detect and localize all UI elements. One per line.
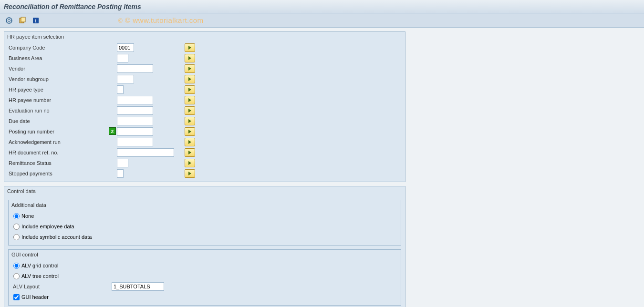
posting-run-no-multi-button[interactable] — [185, 127, 195, 136]
stopped-pmt-label: Stopped payments — [7, 171, 117, 176]
business-area-label: Business Area — [7, 55, 117, 61]
remit-status-multi-button[interactable] — [185, 159, 195, 167]
stopped-pmt-input[interactable] — [117, 169, 124, 178]
ack-run-input[interactable] — [117, 138, 153, 146]
gui-tree-radio[interactable] — [13, 273, 20, 279]
gui-tree-label: ALV tree control — [21, 273, 59, 279]
posting-run-no-label: Posting run number — [7, 129, 117, 134]
hr-doc-ref-multi-button[interactable] — [185, 148, 195, 157]
due-date-label: Due date — [7, 118, 117, 124]
panel-title: GUI control — [9, 250, 401, 259]
vendor-input[interactable] — [117, 64, 153, 73]
panel-title: Additional data — [9, 200, 401, 210]
hr-payee-number-input[interactable] — [117, 96, 153, 104]
addl-sym-radio[interactable] — [13, 234, 20, 240]
additional-data-panel: Additional data None Include employee da… — [8, 200, 401, 246]
svg-text:i: i — [35, 18, 36, 23]
execute-icon[interactable] — [4, 15, 14, 26]
business-area-input[interactable] — [117, 54, 128, 62]
gui-grid-radio[interactable] — [13, 263, 20, 269]
control-data-panel: Control data Additional data None Includ… — [4, 186, 405, 307]
alv-layout-input[interactable] — [112, 282, 164, 291]
alv-layout-label: ALV Layout — [11, 284, 112, 289]
hr-doc-ref-label: HR document ref. no. — [7, 150, 117, 155]
gui-header-label: GUI header — [21, 294, 49, 300]
hr-payee-type-label: HR payee type — [7, 87, 117, 92]
company-code-label: Company Code — [7, 45, 117, 51]
vendor-label: Vendor — [7, 66, 117, 72]
ack-run-multi-button[interactable] — [185, 138, 195, 146]
svg-point-1 — [8, 19, 10, 21]
svg-rect-7 — [21, 17, 25, 22]
hr-doc-ref-input[interactable] — [117, 148, 174, 157]
panel-title: HR payee item selection — [4, 32, 405, 41]
vendor-subgroup-multi-button[interactable] — [185, 75, 195, 83]
business-area-multi-button[interactable] — [185, 54, 195, 62]
hr-payee-number-label: HR payee number — [7, 97, 117, 103]
company-code-input[interactable] — [117, 43, 134, 52]
hr-payee-type-input[interactable] — [117, 85, 124, 94]
addl-emp-radio[interactable] — [13, 224, 20, 230]
gui-grid-label: ALV grid control — [21, 263, 58, 268]
vendor-subgroup-input[interactable] — [117, 75, 134, 83]
stopped-pmt-multi-button[interactable] — [185, 169, 195, 178]
panel-title: Control data — [4, 186, 405, 196]
content-area[interactable]: HR payee item selection Company Code Bus… — [0, 28, 644, 307]
hr-payee-number-multi-button[interactable] — [185, 96, 195, 104]
eval-run-no-multi-button[interactable] — [185, 106, 195, 115]
eval-run-no-input[interactable] — [117, 106, 153, 115]
due-date-input[interactable] — [117, 117, 153, 125]
remit-status-label: Remittance Status — [7, 160, 117, 166]
title-bar: Reconciliation of Remittance Posting Ite… — [0, 0, 644, 13]
posting-run-no-input[interactable] — [117, 127, 153, 136]
variant-icon[interactable] — [17, 15, 28, 26]
ack-run-label: Acknowledgement run — [7, 139, 117, 145]
eval-run-no-label: Evaluation run no — [7, 108, 117, 113]
addl-emp-label: Include employee data — [21, 224, 74, 229]
hr-payee-selection-panel: HR payee item selection Company Code Bus… — [4, 31, 405, 182]
due-date-multi-button[interactable] — [185, 117, 195, 125]
addl-none-label: None — [21, 213, 34, 219]
page-title: Reconciliation of Remittance Posting Ite… — [4, 3, 141, 10]
company-code-multi-button[interactable] — [185, 43, 195, 52]
vendor-subgroup-label: Vendor subgroup — [7, 76, 117, 82]
not-equal-indicator-icon[interactable]: ≠ — [109, 127, 116, 135]
hr-payee-type-multi-button[interactable] — [185, 85, 195, 94]
toolbar: i — [0, 13, 644, 28]
remit-status-input[interactable] — [117, 159, 128, 167]
addl-none-radio[interactable] — [13, 213, 20, 219]
info-icon[interactable]: i — [31, 15, 41, 26]
gui-header-checkbox[interactable] — [13, 294, 20, 300]
vendor-multi-button[interactable] — [185, 64, 195, 73]
gui-control-panel: GUI control ALV grid control ALV tree co… — [8, 249, 401, 306]
addl-sym-label: Include symbolic account data — [21, 234, 92, 240]
